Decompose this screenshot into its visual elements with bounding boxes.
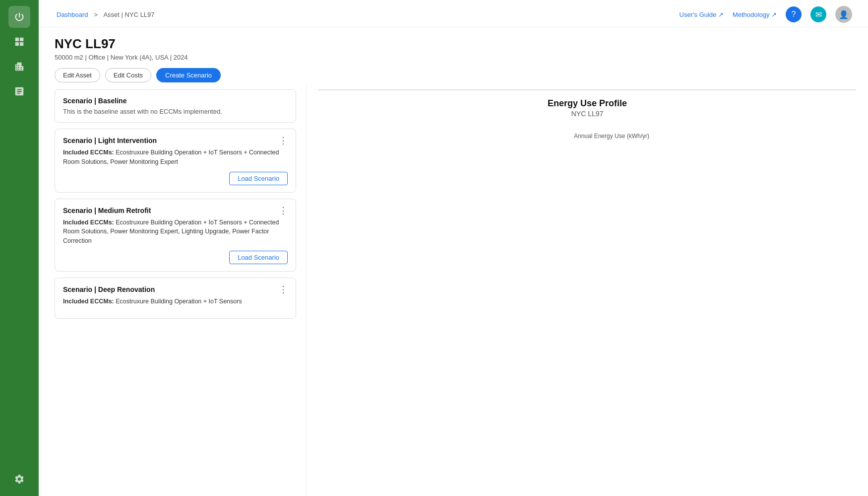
breadcrumb-sep: > xyxy=(94,11,98,18)
scenario-card-medium: Scenario | Medium Retrofit⋮Included ECCM… xyxy=(55,199,296,272)
sidebar-icon-power[interactable] xyxy=(8,6,30,28)
scenario-card-deep: Scenario | Deep Renovation⋮Included ECCM… xyxy=(55,278,296,319)
methodology-link[interactable]: Methodology ↗ xyxy=(733,11,777,18)
load-scenario-btn-light[interactable]: Load Scenario xyxy=(229,172,288,185)
scenario-title-medium: Scenario | Medium Retrofit xyxy=(63,207,151,214)
sidebar-icon-buildings[interactable] xyxy=(8,56,30,77)
chart-subtitle-label: NYC LL97 xyxy=(571,110,604,118)
chart-panel: Energy Use Profile NYC LL97 Annual Energ… xyxy=(307,84,868,496)
sidebar-icon-grid[interactable] xyxy=(8,31,30,53)
user-avatar[interactable]: 👤 xyxy=(835,6,852,23)
action-buttons: Edit Asset Edit Costs Create Scenario xyxy=(55,68,852,82)
scenario-header-baseline: Scenario | Baseline xyxy=(63,97,288,105)
page-subtitle: 50000 m2 | Office | New York (4A), USA |… xyxy=(55,54,852,61)
scenario-eccms-deep: Included ECCMs: Ecostruxure Building Ope… xyxy=(63,297,288,306)
scenario-menu-light[interactable]: ⋮ xyxy=(279,136,288,145)
load-scenario-btn-medium[interactable]: Load Scenario xyxy=(229,251,288,264)
chart-container: Energy Use Profile NYC LL97 Annual Energ… xyxy=(318,98,856,491)
scenario-title-deep: Scenario | Deep Renovation xyxy=(63,285,155,293)
edit-asset-button[interactable]: Edit Asset xyxy=(55,68,100,82)
page-header: NYC LL97 50000 m2 | Office | New York (4… xyxy=(39,27,868,82)
main-content: Dashboard > Asset | NYC LL97 User's Guid… xyxy=(39,0,868,496)
scenario-menu-medium[interactable]: ⋮ xyxy=(279,206,288,215)
sidebar-icon-settings[interactable] xyxy=(8,468,30,490)
chart-tabs xyxy=(318,89,856,90)
topbar: Dashboard > Asset | NYC LL97 User's Guid… xyxy=(39,0,868,27)
breadcrumb: Dashboard > Asset | NYC LL97 xyxy=(55,11,157,18)
breadcrumb-current: Asset | NYC LL97 xyxy=(103,11,154,18)
scenario-desc-baseline: This is the baseline asset with no ECCMs… xyxy=(63,108,288,115)
scenario-header-deep: Scenario | Deep Renovation⋮ xyxy=(63,285,288,294)
scenario-title-baseline: Scenario | Baseline xyxy=(63,97,126,105)
create-scenario-button[interactable]: Create Scenario xyxy=(156,68,221,82)
scenarios-panel: Scenario | BaselineThis is the baseline … xyxy=(39,84,307,496)
content-area: Scenario | BaselineThis is the baseline … xyxy=(39,82,868,496)
scenario-menu-deep[interactable]: ⋮ xyxy=(279,285,288,294)
page-title: NYC LL97 xyxy=(55,36,852,52)
scenario-card-baseline: Scenario | BaselineThis is the baseline … xyxy=(55,89,296,123)
sidebar xyxy=(0,0,39,496)
scenario-title-light: Scenario | Light Intervention xyxy=(63,137,157,144)
scenario-card-light: Scenario | Light Intervention⋮Included E… xyxy=(55,129,296,193)
scenario-header-light: Scenario | Light Intervention⋮ xyxy=(63,136,288,145)
edit-costs-button[interactable]: Edit Costs xyxy=(105,68,151,82)
scenario-eccms-medium: Included ECCMs: Ecostruxure Building Ope… xyxy=(63,218,288,246)
x-axis-label: Annual Energy Use (kWh/yr) xyxy=(433,133,791,140)
help-button[interactable]: ? xyxy=(786,6,802,22)
chart-wrap: Annual Energy Use (kWh/yr) xyxy=(384,127,791,147)
scenario-header-medium: Scenario | Medium Retrofit⋮ xyxy=(63,206,288,215)
email-button[interactable]: ✉ xyxy=(810,6,826,22)
users-guide-link[interactable]: User's Guide ↗ xyxy=(680,11,724,18)
chart-title: Energy Use Profile xyxy=(548,98,627,109)
scenario-eccms-light: Included ECCMs: Ecostruxure Building Ope… xyxy=(63,148,288,167)
topbar-right: User's Guide ↗ Methodology ↗ ? ✉ 👤 xyxy=(680,6,852,23)
breadcrumb-home[interactable]: Dashboard xyxy=(57,11,88,18)
sidebar-icon-document[interactable] xyxy=(8,80,30,102)
